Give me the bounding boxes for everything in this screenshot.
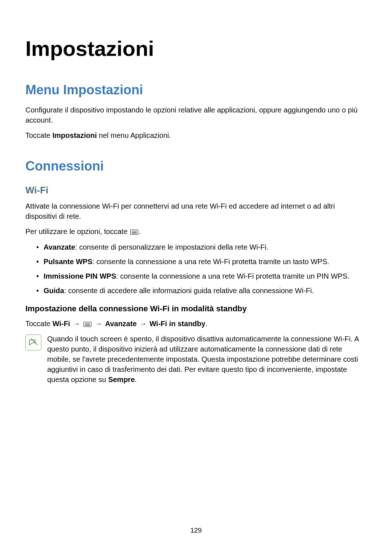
list-item: Pulsante WPS: consente la connessione a … — [36, 256, 367, 267]
text: nel menu Applicazioni. — [97, 131, 171, 139]
arrow-icon: → — [138, 320, 149, 328]
text: . — [205, 320, 208, 328]
note-icon — [25, 335, 41, 350]
subsection-heading-wifi: Wi-Fi — [25, 185, 367, 196]
list-item: Immissione PIN WPS: consente la connessi… — [36, 271, 367, 282]
text-bold: Guida — [44, 287, 64, 295]
svg-line-0 — [31, 338, 37, 345]
text-bold: Avanzate — [44, 243, 75, 251]
note-callout: Quando il touch screen è spento, il disp… — [25, 334, 367, 385]
text: : consente la connessione a una rete Wi-… — [116, 272, 350, 280]
list-item: Avanzate: consente di personalizzare le … — [36, 242, 367, 253]
text: : consente di personalizzare le impostaz… — [75, 243, 268, 251]
text-bold: Sempre — [108, 376, 135, 383]
section-heading-connessioni: Connessioni — [25, 159, 367, 174]
text: Toccate — [25, 131, 52, 139]
text-bold: Wi-Fi — [52, 320, 70, 328]
bullet-list: Avanzate: consente di personalizzare le … — [25, 242, 367, 296]
paragraph: Attivate la connessione Wi-Fi per connet… — [25, 201, 367, 221]
subsubsection-heading-wifi-standby: Impostazione della connessione Wi-Fi in … — [25, 304, 367, 313]
note-text: Quando il touch screen è spento, il disp… — [47, 334, 367, 385]
arrow-icon: → — [71, 320, 82, 328]
paragraph: Toccate Impostazioni nel menu Applicazio… — [25, 130, 367, 140]
text-bold: Pulsante WPS — [44, 258, 92, 266]
text-bold: Impostazioni — [52, 131, 97, 139]
page-number: 129 — [0, 526, 392, 534]
arrow-icon: → — [93, 320, 104, 328]
text-bold: Wi-Fi in standby — [150, 320, 205, 328]
menu-icon — [130, 230, 138, 235]
text: . — [139, 227, 141, 235]
text: . — [135, 376, 137, 383]
text-bold: Avanzate — [105, 320, 136, 328]
paragraph: Configurate il dispositivo impostando le… — [25, 105, 367, 125]
text-bold: Immissione PIN WPS — [44, 272, 116, 280]
menu-icon — [83, 322, 91, 327]
document-page: Impostazioni Menu Impostazioni Configura… — [0, 0, 392, 385]
list-item: Guida: consente di accedere alle informa… — [36, 285, 367, 296]
paragraph-path: Toccate Wi-Fi → → Avanzate → Wi-Fi in st… — [25, 319, 367, 329]
paragraph: Per utilizzare le opzioni, toccate . — [25, 226, 367, 237]
text: Quando il touch screen è spento, il disp… — [47, 335, 359, 383]
text: Toccate — [25, 320, 52, 328]
text: : consente la connessione a una rete Wi-… — [92, 258, 329, 266]
text: Per utilizzare le opzioni, toccate — [25, 227, 130, 235]
section-heading-menu-impostazioni: Menu Impostazioni — [25, 82, 367, 98]
page-title: Impostazioni — [25, 36, 367, 61]
text: : consente di accedere alle informazioni… — [64, 287, 314, 295]
